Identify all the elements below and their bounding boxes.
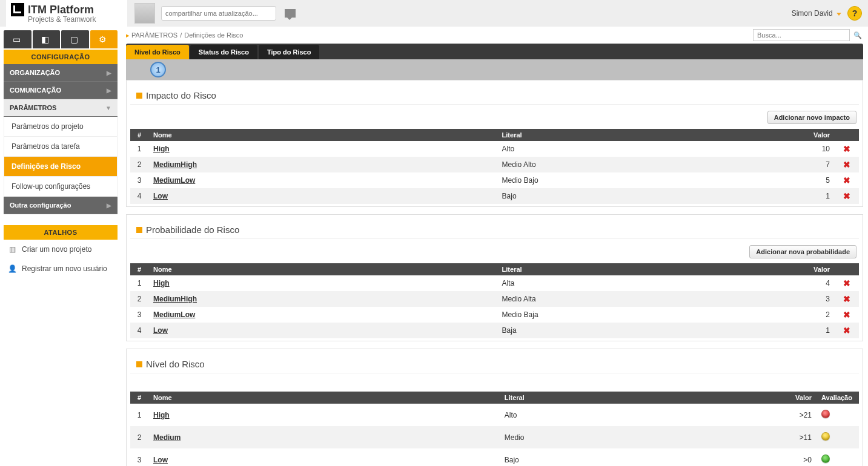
cell-index: 1 [130, 275, 148, 291]
delete-button[interactable]: ✖ [843, 191, 850, 201]
step-indicator: 1 [150, 62, 166, 77]
cell-valor: >11 [780, 426, 817, 448]
sidebar-icon-tab-settings[interactable]: ⚙ [90, 30, 118, 48]
cell-literal: Medio [500, 426, 780, 448]
col-nome[interactable]: Nome [148, 129, 497, 141]
table-row: 3LowBajo>0 [130, 448, 859, 466]
sidebar-icon-tab-calendar[interactable]: ▭ [4, 30, 31, 48]
cell-index: 3 [130, 307, 148, 323]
cell-valor: 3 [798, 291, 835, 307]
add-impact-button[interactable]: Adicionar novo impacto [767, 111, 856, 124]
breadcrumb-row: ▸ PARÂMETROS / Definições de Risco 🔍 [126, 27, 863, 44]
row-name-link[interactable]: Low [153, 192, 168, 200]
brand-block: ITM Platform Projects & Teamwork [6, 0, 127, 27]
panel-title: Impacto do Risco [130, 80, 859, 105]
row-name-link[interactable]: MediumLow [153, 176, 195, 185]
row-name-link[interactable]: Low [153, 326, 168, 335]
search-button[interactable]: 🔍 [852, 30, 863, 41]
shortcut-new-project[interactable]: ▥ Criar um novo projeto [4, 240, 118, 259]
table-row: 1HighAlto>21 [130, 404, 859, 426]
shortcut-label: Registrar um novo usuário [22, 264, 107, 273]
cell-index: 4 [130, 323, 148, 338]
sidebar-icon-tab-briefcase[interactable]: ▢ [61, 30, 89, 48]
cell-name: High [148, 275, 497, 291]
sidebar-header-atalhos: ATALHOS [4, 225, 118, 240]
tab-nivel-risco[interactable]: Nível do Risco [126, 45, 189, 59]
sidebar-sub-followup[interactable]: Follow-up configurações [4, 177, 118, 197]
search-input[interactable] [753, 29, 850, 41]
cell-literal: Baja [497, 323, 798, 338]
sidebar-item-organizacao[interactable]: ORGANIZAÇÃO ▶ [4, 64, 118, 82]
sidebar-icon-tab-cubes[interactable]: ◧ [33, 30, 61, 48]
sidebar-sub-parametros-tarefa[interactable]: Parâmetros da tarefa [4, 137, 118, 157]
col-avaliacao[interactable]: Avaliação [817, 392, 859, 404]
cell-index: 1 [130, 404, 148, 426]
sidebar-sub-definicoes-risco[interactable]: Definições de Risco [4, 157, 118, 177]
user-menu[interactable]: Simon David [792, 9, 841, 18]
tab-tipo-risco[interactable]: Tipo do Risco [259, 45, 320, 59]
delete-button[interactable]: ✖ [843, 294, 850, 304]
panel-title: Probabilidade do Risco [130, 215, 859, 239]
cell-name: High [148, 404, 500, 426]
sidebar-item-parametros[interactable]: PARÂMETROS ▼ [4, 99, 118, 117]
col-valor[interactable]: Valor [798, 263, 835, 275]
row-name-link[interactable]: MediumLow [153, 310, 195, 319]
cell-literal: Medio Bajo [497, 172, 798, 188]
sidebar-sub-parametros-projeto[interactable]: Parâmetros do projeto [4, 117, 118, 137]
delete-button[interactable]: ✖ [843, 176, 850, 185]
status-dot-icon [821, 410, 830, 418]
briefcase-icon: ▢ [70, 34, 80, 44]
row-name-link[interactable]: High [153, 279, 170, 287]
cell-index: 2 [130, 426, 148, 448]
panel-title-text: Nível do Risco [146, 359, 205, 369]
panel-title: Nível do Risco [130, 349, 859, 373]
col-valor[interactable]: Valor [780, 392, 817, 404]
delete-button[interactable]: ✖ [843, 160, 850, 169]
sidebar-item-comunicacao[interactable]: COMUNICAÇÃO ▶ [4, 82, 118, 99]
col-literal[interactable]: Literal [497, 129, 798, 141]
cell-name: Low [148, 448, 500, 466]
help-button[interactable]: ? [847, 6, 862, 21]
cell-valor: 2 [798, 307, 835, 323]
delete-button[interactable]: ✖ [843, 144, 850, 154]
breadcrumb-root[interactable]: PARÂMETROS [131, 31, 177, 39]
cell-name: Low [148, 188, 497, 204]
col-literal[interactable]: Literal [500, 392, 780, 404]
user-avatar[interactable] [134, 3, 155, 24]
add-probability-button[interactable]: Adicionar nova probabilidade [749, 245, 856, 258]
cell-avaliacao [817, 404, 859, 426]
row-name-link[interactable]: Low [153, 456, 168, 464]
top-bar: ITM Platform Projects & Teamwork Simon D… [0, 0, 868, 27]
delete-button[interactable]: ✖ [843, 326, 850, 335]
shortcut-label: Criar um novo projeto [22, 245, 91, 254]
sidebar-item-outra-config[interactable]: Outra configuração ▶ [4, 197, 118, 214]
status-dot-icon [821, 455, 830, 463]
share-input[interactable] [161, 6, 276, 21]
row-name-link[interactable]: MediumHigh [153, 160, 197, 169]
tab-status-risco[interactable]: Status do Risco [190, 45, 257, 59]
panel-nivel: Nível do Risco # Nome Literal Valor Aval… [126, 349, 863, 466]
table-row: 2MediumHighMedio Alto7✖ [130, 157, 859, 172]
cell-valor: >0 [780, 448, 817, 466]
col-nome[interactable]: Nome [148, 263, 497, 275]
cell-name: MediumLow [148, 307, 497, 323]
delete-button[interactable]: ✖ [843, 278, 850, 288]
row-name-link[interactable]: Medium [153, 433, 181, 442]
cell-index: 2 [130, 291, 148, 307]
chat-icon[interactable] [285, 9, 296, 18]
row-name-link[interactable]: High [153, 145, 170, 153]
cell-literal: Alta [497, 275, 798, 291]
col-nome[interactable]: Nome [148, 392, 500, 404]
delete-button[interactable]: ✖ [843, 310, 850, 320]
shortcut-new-user[interactable]: 👤 Registrar um novo usuário [4, 259, 118, 278]
breadcrumb-current: Definições de Risco [184, 31, 243, 39]
row-name-link[interactable]: High [153, 411, 170, 419]
table-row: 2MediumHighMedio Alta3✖ [130, 291, 859, 307]
sidebar: ▭ ◧ ▢ ⚙ CONFIGURAÇÃO ORGANIZAÇÃO ▶ COMUN… [0, 27, 121, 466]
row-name-link[interactable]: MediumHigh [153, 295, 197, 303]
cell-name: High [148, 141, 497, 157]
col-literal[interactable]: Literal [497, 263, 798, 275]
user-icon: 👤 [7, 264, 17, 274]
square-bullet-icon [136, 93, 142, 99]
col-valor[interactable]: Valor [798, 129, 835, 141]
